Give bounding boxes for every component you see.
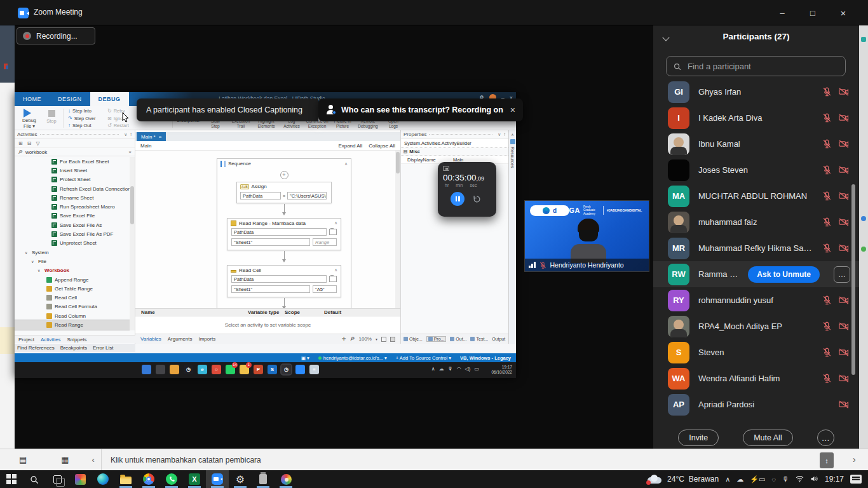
ribbon-tab-design[interactable]: DESIGN [50,92,90,106]
activities-search[interactable]: 🔎︎ workbook × [15,148,135,156]
taskbar-task-view-icon[interactable] [46,470,69,488]
expand-all-link[interactable]: Expand All [338,143,362,149]
sequence-activity[interactable]: Sequence ∧ + A+B Assign PathData [217,158,351,308]
whatsapp-icon[interactable]: 14 [226,365,235,374]
participant-row[interactable]: RWRamma WiryawAsk to Unmute… [653,261,859,287]
workbook-path-field[interactable]: PathData [231,275,327,283]
participants-scrollbar[interactable] [851,184,855,375]
taskbar-chrome-icon[interactable] [137,470,160,488]
notes-placeholder[interactable]: Klik untuk menambahkan catatan pembicara [111,456,261,464]
game-bar-icon[interactable]: ◌ [771,475,776,483]
read-cell-activity[interactable]: Read Cell ∧ PathData "Sheet1" "A5" [227,265,341,297]
tree-item[interactable]: Read Cell [15,293,130,302]
invite-button[interactable]: Invite [678,430,719,446]
explorer-icon[interactable] [170,365,179,374]
picture-in-picture-icon[interactable] [443,166,449,171]
participant-row[interactable]: SSteven [653,339,859,365]
workflow-canvas[interactable]: Sequence ∧ + A+B Assign PathData [135,151,395,308]
dock-tab-pro[interactable]: Pro... [426,336,447,342]
onedrive-icon[interactable]: ☁ [736,475,743,484]
pin-icon[interactable]: ⊺ [503,132,506,137]
tree-item[interactable]: Unprotect Sheet [15,239,130,248]
tree-item[interactable]: Protect Sheet [15,175,130,184]
link-breakpoints[interactable]: Breakpoints [60,345,87,351]
collapse-sequence-icon[interactable]: ∧ [344,161,348,166]
ribbon-tab-debug[interactable]: DEBUG [90,92,129,106]
participant-search[interactable] [666,56,846,76]
tree-item[interactable]: Get Table Range [15,284,130,293]
participant-row[interactable]: MAMUCHTAR ABDUL ROHMAN [653,183,859,209]
sheet-name-field[interactable]: "Sheet1" [231,285,310,293]
range-field[interactable]: Range [313,238,337,246]
tree-item[interactable]: Insert Sheet [15,166,130,175]
reset-icon[interactable] [472,194,482,204]
tree-item[interactable]: For Each Excel Sheet [15,157,130,166]
dock-tab-test[interactable]: Test... [470,337,488,341]
designer-tab-arguments[interactable]: Arguments [168,336,193,342]
zoom-level[interactable]: 100% [359,336,372,342]
zoom-dropdown-icon[interactable]: ▾ [376,337,377,341]
dock-tab-obje[interactable]: Obje... [403,337,423,341]
activities-panel-header[interactable]: Activities ∨ ⊺ [15,130,135,139]
panel-tab-snippets[interactable]: Snippets [67,337,86,342]
designer-tab-variables[interactable]: Variables [140,336,161,342]
volume-icon[interactable] [810,475,818,484]
start-icon[interactable] [142,365,151,374]
tree-item[interactable]: Save Excel File [15,212,130,220]
filter-icon[interactable]: ▽ [36,140,39,146]
misc-group[interactable]: ⊟Misc [401,148,508,156]
timer-widget[interactable]: 00:35:00,09 hrminsec [438,162,496,217]
weather-widget[interactable]: 24°C Berawan [646,475,719,484]
tray-chevron-icon[interactable]: ∧ [431,366,435,372]
mic-icon[interactable]: 🎙︎ [448,366,453,372]
resources-strip[interactable]: ∧ Resources [508,130,516,344]
resize-notes-icon[interactable]: ↕ [820,452,834,468]
tray-chevron-icon[interactable]: ∧ [725,475,730,484]
mic-icon[interactable]: 🎙︎ [782,475,789,483]
dock-tab-output[interactable]: Output [492,337,505,341]
retry-button-3[interactable]: ↺Restart [107,123,129,128]
ribbon-tab-home[interactable]: HOME [15,92,50,106]
stop-button[interactable]: Stop [44,107,59,124]
cell-field[interactable]: "A5" [313,285,337,293]
read-range-activity[interactable]: Read Range - Mambaca data ∧ PathData "Sh… [227,218,341,250]
add-to-source-control[interactable]: + Add To Source Control ▾ [396,355,451,361]
close-tab-icon[interactable]: × [159,134,162,140]
link-error-list[interactable]: Error List [93,345,113,351]
minimize-button[interactable]: – [768,0,797,25]
collapse-icon[interactable]: ∨ [498,132,501,137]
pin-icon[interactable]: ⊺ [130,132,132,137]
close-button[interactable]: × [829,0,858,25]
participant-row[interactable]: RPA4_Moch Aditya EP [653,313,859,339]
participant-row[interactable]: Joses Steven [653,157,859,183]
expand-tree-icon[interactable]: ⊞ [18,140,23,146]
pause-button[interactable] [451,192,465,206]
participant-more-button[interactable]: … [834,266,850,283]
browse-folder-icon[interactable] [329,276,337,282]
taskbar-usb-app-icon[interactable] [252,470,275,488]
dock-tab-out[interactable]: Out... [450,337,466,341]
collapse-tree-icon[interactable]: ⊟ [27,140,32,146]
chrome-icon[interactable]: ○ [212,365,221,374]
pan-icon[interactable]: ✛ [342,336,346,342]
panel-tab-project[interactable]: Project [18,337,34,342]
participant-row[interactable]: II Kadek Arta Diva [653,105,859,131]
browser-profile-icon[interactable]: 1 [240,365,249,374]
tree-node-workbook[interactable]: ∨Workbook [15,266,130,275]
taskbar-excel-icon[interactable]: X [183,470,206,488]
search-input[interactable] [686,61,839,72]
search-icon[interactable] [156,365,165,374]
taskbar-zoom-icon[interactable] [206,470,229,488]
add-activity-icon[interactable]: + [280,171,288,179]
taskbar-paint-app-icon[interactable] [275,470,297,488]
fit-to-screen-icon[interactable] [381,337,386,342]
powerpoint-icon[interactable]: P [254,365,263,374]
step-button-2[interactable]: ↷Step Over [68,116,95,121]
canvas-scrollbar[interactable] [395,151,400,308]
mute-all-button[interactable]: Mute All [743,430,792,446]
ask-to-unmute-button[interactable]: Ask to Unmute [748,266,820,283]
panel-tab-activities[interactable]: Activities [41,337,61,342]
onedrive-icon[interactable]: ☁ [439,366,444,372]
studio-mode-icon[interactable]: ▣ ▾ [301,355,309,361]
assign-to-field[interactable]: PathData [240,192,281,200]
